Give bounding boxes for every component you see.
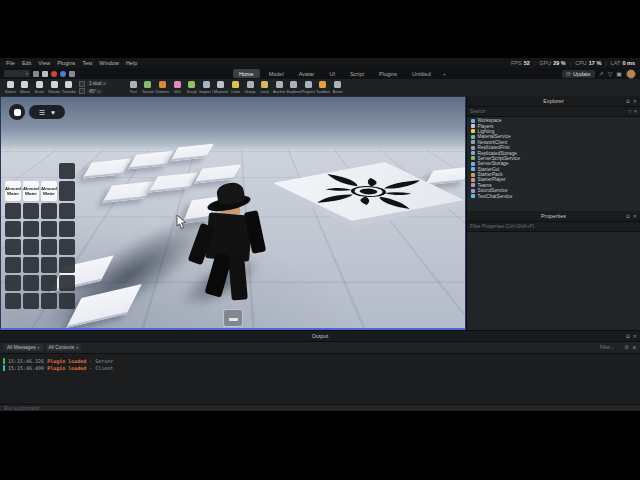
tab-model[interactable]: Model [263, 69, 290, 78]
inventory-empty-slot[interactable] [5, 293, 21, 309]
new-tab-button[interactable]: + [440, 69, 449, 78]
close-icon[interactable]: ✕ [633, 333, 637, 339]
tool-color[interactable]: Color [228, 81, 243, 94]
inventory-empty-slot[interactable] [41, 257, 57, 273]
menu-edit[interactable]: Edit [22, 60, 31, 66]
inventory-empty-slot[interactable] [41, 275, 57, 291]
tool-properties[interactable]: Properties [301, 81, 316, 94]
popout-icon[interactable]: ⧉ [626, 213, 630, 220]
inventory-empty-slot[interactable] [59, 203, 75, 219]
snap-value-dropdown[interactable]: 1 stud▾ [87, 81, 107, 86]
tool-transform[interactable]: Transform [61, 81, 76, 94]
copy-icon[interactable] [33, 71, 39, 77]
inventory-empty-slot[interactable] [59, 293, 75, 309]
menu-window[interactable]: Window [99, 60, 119, 66]
inventory-empty-slot[interactable] [59, 239, 75, 255]
inventory-empty-slot[interactable] [41, 293, 57, 309]
menu-plugins[interactable]: Plugins [57, 60, 75, 66]
tool-toolbox[interactable]: Toolbox [316, 81, 331, 94]
tool-import-3d[interactable]: Import 3D [199, 81, 214, 94]
tool-gui[interactable]: GUI [170, 81, 185, 94]
popout-icon[interactable]: ⧉ [626, 98, 630, 105]
inventory-empty-slot[interactable] [59, 181, 75, 201]
inventory-empty-slot[interactable] [23, 275, 39, 291]
inventory-empty-slot[interactable] [5, 257, 21, 273]
close-icon[interactable]: ✕ [633, 98, 637, 104]
filter-funnel-icon[interactable]: ▽ [628, 109, 631, 114]
tool-select[interactable]: Select [3, 81, 18, 94]
tool-dimension[interactable]: Dimension [155, 81, 170, 94]
tool-group[interactable]: Group [243, 81, 258, 94]
command-bar[interactable]: Run a command [0, 404, 640, 411]
tab-untitled[interactable]: Untitled [406, 69, 437, 78]
inventory-empty-slot[interactable] [23, 203, 39, 219]
paste-icon[interactable] [42, 71, 48, 77]
snap-checkbox[interactable] [79, 81, 85, 87]
inventory-empty-slot[interactable] [23, 239, 39, 255]
inventory-empty-slot[interactable] [41, 203, 57, 219]
tool-script[interactable]: Script [184, 81, 199, 94]
update-button[interactable]: ⟳ Update [562, 70, 595, 78]
output-filter-all-messages[interactable]: All Messages▾ [4, 344, 43, 351]
explorer-search[interactable]: Search ▽ ≡ [467, 107, 640, 117]
avatar[interactable] [626, 69, 636, 79]
inventory-empty-slot[interactable] [23, 257, 39, 273]
record-button[interactable] [51, 71, 57, 77]
inventory-empty-slot[interactable] [41, 221, 57, 237]
apps-icon[interactable]: ▣ [616, 71, 622, 77]
tab-avatar[interactable]: Avatar [293, 69, 321, 78]
menu-file[interactable]: File [6, 60, 15, 66]
clear-output-icon[interactable]: ⊘ [624, 345, 629, 351]
share-icon[interactable]: ↗ [599, 71, 604, 77]
inventory-item-slot[interactable]: Almond Water [41, 181, 57, 201]
tab-ui[interactable]: UI [323, 69, 341, 78]
output-options-icon[interactable]: ≡ [633, 345, 636, 351]
game-viewport[interactable]: ☰ ♥ Almond WaterAlmond WaterAlmond Water [0, 96, 466, 330]
tab-plugins[interactable]: Plugins [373, 69, 403, 78]
tool-explorer[interactable]: Explorer [287, 81, 302, 94]
tool-terrain[interactable]: Terrain [141, 81, 156, 94]
tool-part[interactable]: Part [126, 81, 141, 94]
output-filter-all-contexts[interactable]: All Contexts▾ [46, 344, 82, 351]
command-bar-input[interactable]: Run a command [4, 406, 39, 411]
inventory-empty-slot[interactable] [59, 163, 75, 179]
inventory-empty-slot[interactable] [5, 221, 21, 237]
tool-anchor[interactable]: Anchor [272, 81, 287, 94]
inventory-empty-slot[interactable] [59, 221, 75, 237]
hotbar-slot[interactable] [223, 309, 243, 327]
inventory-empty-slot[interactable] [59, 275, 75, 291]
dropdown-icon[interactable]: ▽ [608, 71, 613, 77]
snap-value-dropdown[interactable]: 45°▾ [87, 89, 102, 94]
inventory-empty-slot[interactable] [5, 275, 21, 291]
menu-test[interactable]: Test [82, 60, 92, 66]
menu-help[interactable]: Help [126, 60, 137, 66]
snap-checkbox[interactable] [79, 88, 85, 94]
inventory-empty-slot[interactable] [5, 239, 21, 255]
explorer-item-textchatservice[interactable]: TextChatService [471, 193, 640, 198]
hud-list-icon[interactable]: ☰ [39, 109, 45, 116]
play-button[interactable] [60, 71, 66, 77]
menu-view[interactable]: View [38, 60, 50, 66]
inventory-empty-slot[interactable] [23, 293, 39, 309]
inventory-item-slot[interactable]: Almond Water [5, 181, 21, 201]
tool-scale[interactable]: Scale [32, 81, 47, 94]
step-button[interactable] [69, 71, 75, 77]
tool-move[interactable]: Move [18, 81, 33, 94]
roblox-menu-button[interactable] [9, 104, 25, 120]
output-filter-input[interactable]: Filter... [600, 345, 614, 350]
tab-home[interactable]: Home [233, 69, 260, 78]
tool-material[interactable]: Material [214, 81, 229, 94]
explorer-menu-icon[interactable]: ≡ [634, 109, 637, 114]
tool-asset[interactable]: Asset [330, 81, 345, 94]
popout-icon[interactable]: ⧉ [626, 333, 630, 340]
inventory-item-slot[interactable]: Almond Water [23, 181, 39, 201]
inventory-empty-slot[interactable] [23, 221, 39, 237]
inventory-empty-slot[interactable] [41, 239, 57, 255]
close-icon[interactable]: ✕ [633, 213, 637, 219]
tool-lock[interactable]: Lock [257, 81, 272, 94]
test-mode-dropdown[interactable]: ▾ [4, 70, 30, 77]
tool-rotate[interactable]: Rotate [47, 81, 62, 94]
explorer-search-input[interactable]: Search [470, 109, 625, 114]
inventory-empty-slot[interactable] [59, 257, 75, 273]
tab-script[interactable]: Script [344, 69, 370, 78]
